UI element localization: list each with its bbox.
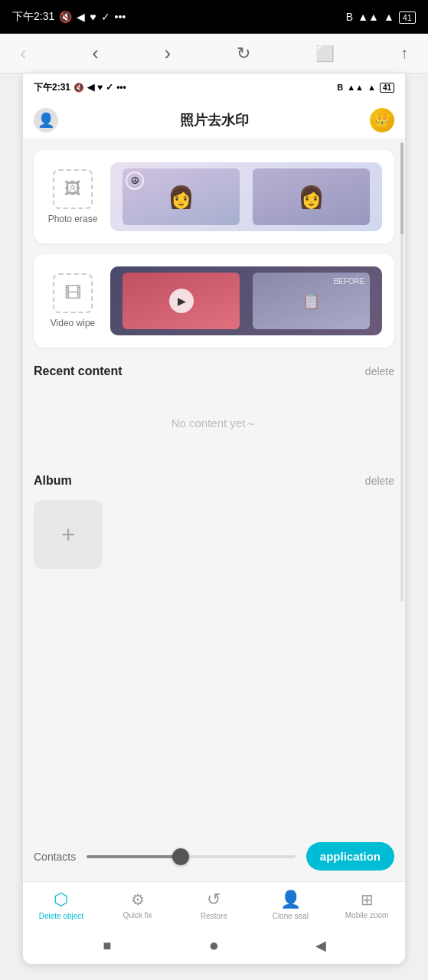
- avatar[interactable]: 👤: [34, 108, 58, 132]
- tab-button[interactable]: ⬜: [311, 40, 339, 67]
- wifi-status-icon: ▲: [384, 11, 394, 23]
- android-home-button[interactable]: ●: [202, 934, 225, 957]
- send-icon: ◀: [77, 11, 85, 23]
- scrollbar-track[interactable]: [400, 142, 403, 602]
- mute-icon: 🔇: [59, 11, 72, 23]
- clone-seal-label: Clone seal: [273, 912, 309, 920]
- android-back-button[interactable]: ◀: [309, 934, 332, 957]
- inner-mute-icon: 🔇: [74, 83, 84, 93]
- album-title: Album: [34, 474, 72, 488]
- album-section: Album delete +: [34, 468, 394, 569]
- video-wipe-label: Video wipe: [51, 318, 96, 328]
- nav-item-clone-seal[interactable]: 👤 Clone seal: [252, 885, 328, 925]
- video-wipe-card[interactable]: 🎞 Video wipe ▶ BEFORE 📋: [34, 254, 394, 348]
- bluetooth-icon: B: [346, 11, 353, 23]
- app-header: 👤 照片去水印 👑: [23, 101, 405, 139]
- inner-check-icon: ✓: [106, 82, 113, 93]
- inner-status-bar: 下午2:31 🔇 ◀ ♥ ✓ ••• B ▲▲ ▲ 41: [23, 74, 405, 101]
- inner-dots: •••: [116, 82, 126, 93]
- inner-signal-icon: ▲▲: [347, 83, 364, 92]
- photo-erase-preview: ☮ 👩 👩: [110, 162, 382, 231]
- recent-content-section: Recent content delete No content yet～: [34, 358, 394, 462]
- crown-icon: 👑: [374, 113, 390, 127]
- scrollbar-thumb: [400, 142, 403, 234]
- restore-icon: ↺: [207, 890, 221, 910]
- browser-toolbar: ‹ ‹ › ↻ ⬜ ↑: [0, 34, 428, 74]
- wifi-icon: ♥: [90, 11, 96, 23]
- mobile-zoom-icon: ⊞: [361, 890, 374, 909]
- nav-item-quick-fix[interactable]: ⚙ Quick fix: [100, 886, 176, 924]
- slider-fill: [87, 855, 181, 858]
- delete-object-label: Delete object: [39, 912, 83, 920]
- plus-icon: +: [61, 521, 76, 549]
- inner-wifi-icon: ▲: [368, 83, 376, 92]
- quick-fix-label: Quick fix: [123, 911, 152, 920]
- photo-erase-card[interactable]: 🖼 Photo erase ☮ 👩 👩: [34, 150, 394, 243]
- album-delete[interactable]: delete: [365, 475, 394, 487]
- application-button[interactable]: application: [306, 842, 394, 871]
- inner-heart-icon: ♥: [97, 82, 103, 93]
- android-square-button[interactable]: ■: [96, 934, 119, 957]
- recent-content-delete[interactable]: delete: [365, 365, 394, 377]
- recent-content-title: Recent content: [34, 364, 123, 378]
- restore-label: Restore: [201, 912, 227, 920]
- dots-icon: •••: [115, 11, 126, 23]
- clone-seal-icon: 👤: [280, 890, 301, 910]
- delete-object-icon: ⬡: [54, 890, 68, 910]
- share-button[interactable]: ↑: [396, 40, 413, 67]
- check-icon: ✓: [101, 11, 110, 23]
- slider-thumb[interactable]: [172, 848, 189, 865]
- android-nav: ■ ● ◀: [23, 927, 405, 964]
- time-display: 下午2:31: [12, 10, 54, 24]
- quick-fix-icon: ⚙: [131, 890, 145, 909]
- main-content: 🖼 Photo erase ☮ 👩 👩: [23, 139, 405, 828]
- slider-track[interactable]: [87, 855, 296, 858]
- image-icon: 🖼: [64, 179, 81, 199]
- circle-icon: ●: [209, 936, 219, 956]
- contacts-row: Contacts application: [23, 828, 405, 881]
- back-triangle-icon: ◀: [315, 937, 326, 954]
- nav-item-delete-object[interactable]: ⬡ Delete object: [23, 885, 100, 925]
- battery-display: 41: [399, 11, 416, 23]
- play-icon: ▶: [178, 295, 186, 307]
- square-icon: ■: [103, 938, 111, 954]
- add-album-button[interactable]: +: [34, 500, 103, 569]
- browser-back-button[interactable]: ‹: [87, 37, 103, 70]
- no-content-message: No content yet～: [34, 386, 394, 462]
- video-wipe-preview: ▶ BEFORE 📋: [110, 266, 382, 335]
- video-wipe-icon-box: 🎞: [53, 273, 93, 313]
- inner-battery: 41: [380, 83, 394, 93]
- browser-forward-button[interactable]: ›: [160, 37, 176, 70]
- inner-time: 下午2:31: [34, 81, 70, 94]
- photo-erase-label: Photo erase: [48, 214, 98, 224]
- premium-badge[interactable]: 👑: [370, 108, 394, 132]
- video-icon: 🎞: [64, 283, 81, 303]
- contacts-label: Contacts: [34, 851, 76, 863]
- bottom-nav: ⬡ Delete object ⚙ Quick fix ↺ Restore 👤 …: [23, 881, 405, 927]
- signal-icon: ▲▲: [358, 11, 379, 23]
- photo-erase-icon-box: 🖼: [53, 169, 93, 209]
- nav-item-restore[interactable]: ↺ Restore: [176, 885, 253, 925]
- mobile-zoom-label: Mobile zoom: [345, 911, 389, 920]
- app-title: 照片去水印: [180, 111, 249, 129]
- back-button[interactable]: ‹: [15, 37, 31, 70]
- status-bar: 下午2:31 🔇 ◀ ♥ ✓ ••• B ▲▲ ▲ 41: [0, 0, 428, 34]
- inner-arrow-icon: ◀: [87, 82, 94, 93]
- refresh-button[interactable]: ↻: [232, 39, 255, 68]
- phone-screen: 下午2:31 🔇 ◀ ♥ ✓ ••• B ▲▲ ▲ 41 👤 照片去水印 👑: [23, 74, 405, 964]
- nav-item-mobile-zoom[interactable]: ⊞ Mobile zoom: [328, 886, 405, 924]
- inner-bt-icon: B: [337, 83, 343, 92]
